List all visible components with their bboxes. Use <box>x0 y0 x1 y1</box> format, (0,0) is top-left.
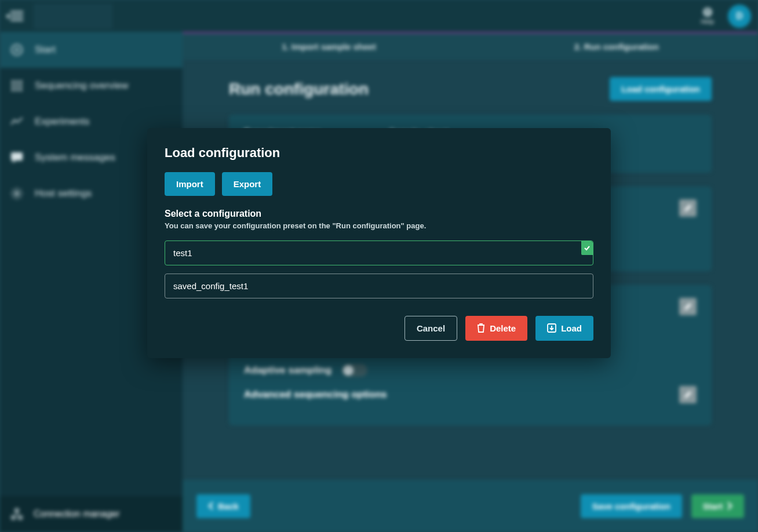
import-button[interactable]: Import <box>165 172 215 196</box>
load-button[interactable]: Load <box>535 316 593 341</box>
config-item-label: saved_config_test1 <box>173 281 248 291</box>
delete-button[interactable]: Delete <box>465 316 527 341</box>
modal-title: Load configuration <box>165 145 593 161</box>
select-config-desc: You can save your configuration preset o… <box>165 221 593 230</box>
load-configuration-modal: Load configuration Import Export Select … <box>147 128 611 358</box>
select-config-title: Select a configuration <box>165 209 593 219</box>
download-icon <box>547 323 556 333</box>
config-item-saved-config-test1[interactable]: saved_config_test1 <box>165 274 593 298</box>
modal-overlay: Load configuration Import Export Select … <box>0 0 758 532</box>
load-label: Load <box>561 323 582 333</box>
export-button[interactable]: Export <box>222 172 273 196</box>
config-item-test1[interactable]: test1 <box>165 241 593 265</box>
delete-label: Delete <box>490 323 516 333</box>
check-icon <box>581 241 593 255</box>
trash-icon <box>477 323 485 333</box>
cancel-button[interactable]: Cancel <box>404 316 457 341</box>
config-item-label: test1 <box>173 248 192 258</box>
